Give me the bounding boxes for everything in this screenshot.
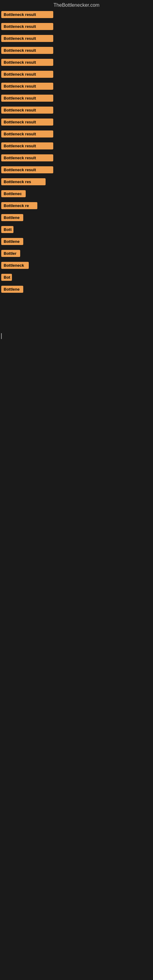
bottleneck-badge[interactable]: Bottlene	[1, 286, 23, 293]
result-row: Bottleneck result	[0, 153, 153, 164]
bottleneck-badge[interactable]: Bot	[1, 274, 12, 281]
result-row: Bottleneck re	[0, 200, 153, 212]
bottleneck-badge[interactable]: Bottleneck result	[1, 154, 53, 161]
result-row: Bottleneck result	[0, 81, 153, 93]
site-title: TheBottlenecker.com	[0, 0, 153, 9]
result-row: Bottleneck result	[0, 105, 153, 117]
result-row: Bot	[0, 272, 153, 284]
result-row: Bottleneck result	[0, 117, 153, 129]
bottleneck-badge[interactable]: Bottler	[1, 250, 20, 257]
bottleneck-badge[interactable]: Bottleneck result	[1, 47, 53, 54]
result-row: Bottlene	[0, 236, 153, 248]
result-row: Bottleneck result	[0, 21, 153, 33]
bottleneck-badge[interactable]: Bottlene	[1, 214, 23, 221]
result-row: Bottleneck result	[0, 93, 153, 105]
bottleneck-badge[interactable]: Bottleneck result	[1, 142, 53, 150]
result-row: Bottler	[0, 248, 153, 260]
result-row: Bottleneck result	[0, 140, 153, 153]
bottleneck-badge[interactable]: Bottlenec	[1, 190, 26, 197]
bottleneck-badge[interactable]: Bottleneck result	[1, 71, 53, 78]
bottleneck-badge[interactable]: Bottleneck res	[1, 178, 46, 185]
bottleneck-badge[interactable]: Bottleneck result	[1, 23, 53, 30]
bottleneck-badge[interactable]: Bottleneck result	[1, 83, 53, 90]
bottleneck-badge[interactable]: Bottleneck result	[1, 166, 53, 173]
result-row: Bottleneck result	[0, 164, 153, 177]
result-row: Bottleneck result	[0, 9, 153, 21]
cursor-indicator: |	[1, 332, 2, 339]
bottleneck-badge[interactable]: Bott	[1, 226, 13, 233]
bottleneck-badge[interactable]: Bottleneck re	[1, 202, 37, 209]
result-row: Bottlene	[0, 212, 153, 224]
bottleneck-badge[interactable]: Bottleneck result	[1, 130, 53, 137]
bottleneck-badge[interactable]: Bottleneck	[1, 262, 29, 269]
bottleneck-badge[interactable]: Bottleneck result	[1, 95, 53, 102]
result-row: Bottleneck res	[0, 177, 153, 188]
result-row: Bottlene	[0, 284, 153, 296]
bottleneck-badge[interactable]: Bottleneck result	[1, 119, 53, 126]
result-row: Bottleneck result	[0, 33, 153, 45]
result-row: Bott	[0, 224, 153, 236]
bottleneck-badge[interactable]: Bottleneck result	[1, 107, 53, 114]
result-row: Bottlenec	[0, 188, 153, 200]
bottleneck-badge[interactable]: Bottlene	[1, 238, 23, 245]
bottleneck-badge[interactable]: Bottleneck result	[1, 59, 53, 66]
result-row: Bottleneck result	[0, 129, 153, 140]
result-row: Bottleneck	[0, 260, 153, 272]
result-row: Bottleneck result	[0, 57, 153, 69]
result-row: Bottleneck result	[0, 69, 153, 81]
bottleneck-badge[interactable]: Bottleneck result	[1, 35, 53, 42]
bottleneck-badge[interactable]: Bottleneck result	[1, 11, 53, 18]
result-row: Bottleneck result	[0, 45, 153, 57]
